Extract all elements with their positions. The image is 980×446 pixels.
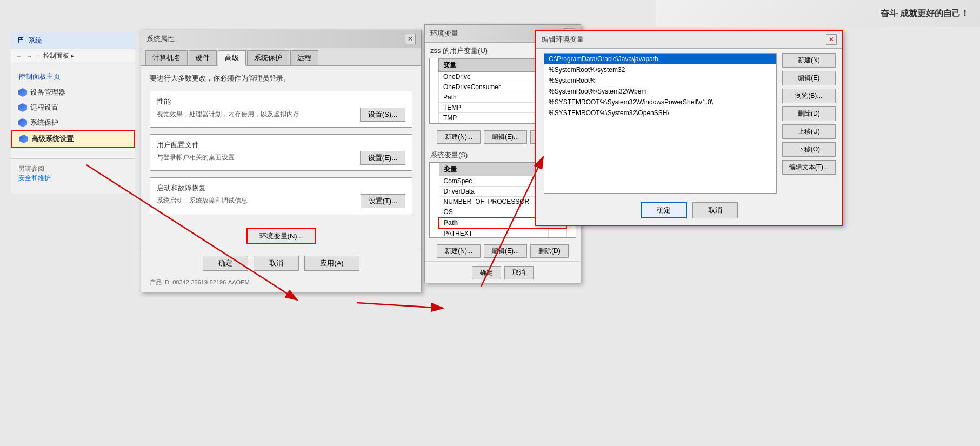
nav-back[interactable]: ← <box>15 52 23 61</box>
sys-new-btn[interactable]: 新建(N)... <box>437 244 481 258</box>
startup-settings-btn[interactable]: 设置(T)... <box>361 194 405 208</box>
editenv-path-item-2[interactable]: %SystemRoot% <box>544 75 776 86</box>
sys-btns: 新建(N)... 编辑(E)... 删除(D) <box>425 241 581 261</box>
tab-computer-name[interactable]: 计算机名 <box>145 50 188 65</box>
envvar-ok-btn[interactable]: 确定 <box>472 266 501 279</box>
editenv-up-btn[interactable]: 上移(U) <box>782 124 836 139</box>
editenv-body: C:\ProgramData\Oracle\Java\javapath %Sys… <box>536 49 842 198</box>
slogan-text: 奋斗 成就更好的自己！ <box>881 8 969 19</box>
shield-icon-3 <box>18 118 27 127</box>
also-link[interactable]: 安全和维护 <box>18 174 51 182</box>
user-var-col-name: 变量 <box>439 59 543 72</box>
shield-icon-1 <box>18 88 27 97</box>
nav-up[interactable]: ↑ <box>36 52 41 61</box>
editenv-ok-btn[interactable]: 确定 <box>641 202 687 218</box>
sysprop-note: 要进行大多数更改，你必须作为管理员登录。 <box>150 74 412 83</box>
sysprop-footer: 确定 取消 应用(A) <box>141 250 421 278</box>
sidebar-item-remote[interactable]: 远程设置 <box>11 100 135 115</box>
sys-delete-btn[interactable]: 删除(D) <box>530 244 569 258</box>
nav-path: 控制面板 ▸ <box>43 51 74 61</box>
sysprop-title: 系统属性 <box>146 34 175 44</box>
envvar-cancel-btn[interactable]: 取消 <box>504 266 534 279</box>
sidebar-label-sys-protect: 系统保护 <box>30 118 58 128</box>
sys-var-col-name: 变量 <box>439 163 549 176</box>
editenv-titlebar: 编辑环境变量 ✕ <box>536 31 842 49</box>
section-startup: 启动和故障恢复 设置(T)... 系统启动、系统故障和调试信息 <box>150 177 412 214</box>
editenv-delete-btn[interactable]: 删除(D) <box>782 106 836 121</box>
svg-line-2 <box>357 303 443 308</box>
section-performance: 性能 设置(S)... 视觉效果，处理器计划，内存使用，以及虚拟内存 <box>150 91 412 128</box>
env-var-btn[interactable]: 环境变量(N)... <box>246 228 316 244</box>
table-row[interactable]: PATHEXT <box>439 228 566 238</box>
section-startup-title: 启动和故障恢复 <box>157 183 405 193</box>
editenv-title: 编辑环境变量 <box>542 35 584 44</box>
perf-settings-btn[interactable]: 设置(S)... <box>360 108 405 122</box>
product-id: 产品 ID: 00342-35619-82196-AAOEM <box>141 278 421 292</box>
sysprop-dialog: 系统属性 ✕ 计算机名 硬件 高级 系统保护 远程 要进行大多数更改，你必须作为… <box>141 30 422 292</box>
tab-remote[interactable]: 远程 <box>290 50 318 65</box>
system-panel-header: 🖥 系统 <box>11 32 135 49</box>
tab-advanced[interactable]: 高级 <box>218 50 246 66</box>
user-edit-btn[interactable]: 编辑(E)... <box>484 130 527 144</box>
sidebar-item-advanced[interactable]: 高级系统设置 <box>11 130 135 148</box>
editenv-edittext-btn[interactable]: 编辑文本(T)... <box>782 160 836 175</box>
system-sidebar: 控制面板主页 设备管理器 远程设置 系统保护 高级系统设置 另请参阅 安全和维护 <box>11 63 135 194</box>
also-title: 另请参阅 <box>18 164 128 174</box>
sysprop-apply-btn[interactable]: 应用(A) <box>304 256 359 271</box>
system-icon: 🖥 <box>16 36 25 45</box>
editenv-footer: 确定 取消 <box>536 198 842 225</box>
sysprop-tabs: 计算机名 硬件 高级 系统保护 远程 <box>141 48 421 66</box>
editenv-path-item-1[interactable]: %SystemRoot%\system32 <box>544 64 776 75</box>
section-user-title: 用户配置文件 <box>157 140 405 150</box>
sidebar-label-remote: 远程设置 <box>30 103 58 112</box>
editenv-close-btn[interactable]: ✕ <box>826 34 837 45</box>
editenv-side-btns: 新建(N) 编辑(E) 浏览(B)... 删除(D) 上移(U) 下移(O) 编… <box>782 49 840 198</box>
shield-icon-2 <box>18 103 27 112</box>
section-perf-title: 性能 <box>157 97 405 106</box>
sys-edit-btn[interactable]: 编辑(E)... <box>484 244 527 258</box>
editenv-path-list: C:\ProgramData\Oracle\Java\javapath %Sys… <box>544 53 777 194</box>
user-new-btn[interactable]: 新建(N)... <box>437 130 481 144</box>
sysprop-close-btn[interactable]: ✕ <box>405 34 416 44</box>
system-panel: 🖥 系统 ← → ↑ 控制面板 ▸ 控制面板主页 设备管理器 远程设置 系统保护… <box>11 32 135 194</box>
sysprop-ok-btn[interactable]: 确定 <box>203 256 248 271</box>
editenv-new-btn[interactable]: 新建(N) <box>782 53 836 68</box>
editenv-down-btn[interactable]: 下移(O) <box>782 142 836 157</box>
editenv-dialog: 编辑环境变量 ✕ C:\ProgramData\Oracle\Java\java… <box>535 30 843 226</box>
nav-bar: ← → ↑ 控制面板 ▸ <box>11 49 135 63</box>
system-panel-title: 系统 <box>28 36 42 45</box>
sysprop-content: 要进行大多数更改，你必须作为管理员登录。 性能 设置(S)... 视觉效果，处理… <box>141 66 421 228</box>
sysprop-cancel-btn[interactable]: 取消 <box>254 256 299 271</box>
sysprop-titlebar: 系统属性 ✕ <box>141 30 421 48</box>
tab-sys-protect[interactable]: 系统保护 <box>247 50 289 65</box>
tab-hardware[interactable]: 硬件 <box>189 50 217 65</box>
editenv-edit-btn[interactable]: 编辑(E) <box>782 71 836 85</box>
editenv-path-item-0[interactable]: C:\ProgramData\Oracle\Java\javapath <box>544 54 776 64</box>
section-user-profile: 用户配置文件 设置(E)... 与登录帐户相关的桌面设置 <box>150 134 412 171</box>
sidebar-home[interactable]: 控制面板主页 <box>11 69 135 85</box>
editenv-path-item-3[interactable]: %SystemRoot%\System32\Wbem <box>544 86 776 97</box>
editenv-path-item-4[interactable]: %SYSTEMROOT%\System32\WindowsPowerShell\… <box>544 97 776 108</box>
sidebar-item-sys-protect[interactable]: 系统保护 <box>11 115 135 130</box>
shield-icon-4 <box>19 135 28 143</box>
sidebar-item-device-manager[interactable]: 设备管理器 <box>11 85 135 100</box>
nav-forward[interactable]: → <box>25 52 34 61</box>
user-settings-btn[interactable]: 设置(E)... <box>360 151 405 165</box>
top-right-branding: 奋斗 成就更好的自己！ <box>656 0 980 27</box>
sidebar-label-advanced: 高级系统设置 <box>31 134 74 144</box>
envvar-title: 环境变量 <box>430 29 458 38</box>
env-btn-row: 环境变量(N)... <box>141 228 421 250</box>
editenv-path-item-5[interactable]: %SYSTEMROOT%\System32\OpenSSH\ <box>544 108 776 118</box>
sidebar-label-device-manager: 设备管理器 <box>30 88 65 97</box>
editenv-cancel-btn[interactable]: 取消 <box>692 202 738 218</box>
editenv-browse-btn[interactable]: 浏览(B)... <box>782 89 836 103</box>
also-section: 另请参阅 安全和维护 <box>11 158 135 188</box>
envvar-footer: 确定 取消 <box>425 261 581 283</box>
